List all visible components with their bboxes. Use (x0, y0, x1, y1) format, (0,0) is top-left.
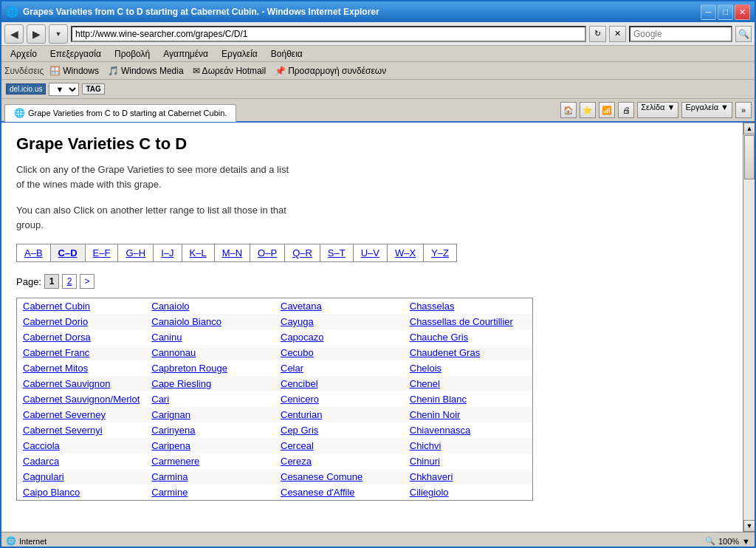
zoom-dropdown-icon[interactable]: ▼ (742, 537, 750, 546)
menu-edit[interactable]: Επεξεργασία (44, 47, 107, 61)
grape-link[interactable]: Ciliegiolo (410, 487, 449, 498)
tools-menu-button[interactable]: Εργαλεία ▼ (681, 102, 732, 118)
grape-link[interactable]: Carinyena (151, 425, 195, 436)
grape-link[interactable]: Cencibel (281, 378, 318, 389)
scroll-up-button[interactable]: ▲ (743, 123, 755, 134)
grape-link[interactable]: Cabernet Franc (23, 347, 89, 358)
grape-link[interactable]: Capbreton Rouge (151, 363, 227, 374)
grape-link[interactable]: Cerceal (281, 440, 314, 451)
grape-link[interactable]: Cep Gris (281, 425, 318, 436)
grape-link[interactable]: Cannonau (151, 347, 196, 358)
grape-link[interactable]: Cadarca (23, 456, 59, 467)
grape-link[interactable]: Chenin Blanc (410, 394, 467, 405)
print-button[interactable]: 🖨 (618, 102, 634, 118)
grape-link[interactable]: Caninu (151, 332, 182, 343)
grape-link[interactable]: Cabernet Dorsa (23, 332, 91, 343)
grape-link[interactable]: Celar (281, 363, 303, 374)
grape-link[interactable]: Cenicero (281, 394, 319, 405)
letter-qr[interactable]: Q–R (285, 244, 320, 261)
page-2-button[interactable]: 2 (62, 274, 77, 289)
tab-grapes[interactable]: 🌐 Grape Varieties from C to D starting a… (4, 104, 236, 122)
search-input[interactable] (629, 26, 732, 42)
menu-view[interactable]: Προβολή (109, 47, 156, 61)
grape-link[interactable]: Cabernet Sauvignon (23, 378, 111, 389)
grape-link[interactable]: Chichvi (410, 440, 441, 451)
grape-link[interactable]: Cabernet Mitos (23, 363, 88, 374)
minimize-button[interactable]: ─ (701, 4, 716, 20)
page-next-button[interactable]: > (80, 274, 94, 289)
letter-kl[interactable]: K–L (182, 244, 215, 261)
grape-link[interactable]: Carmine (151, 487, 188, 498)
grape-link[interactable]: Chenin Noir (410, 409, 461, 420)
address-bar[interactable] (71, 26, 586, 42)
menu-favorites[interactable]: Αγαπημένα (157, 47, 214, 61)
feeds-button[interactable]: 📶 (599, 102, 615, 118)
menu-help[interactable]: Βοήθεια (265, 47, 309, 61)
grape-link[interactable]: Cesanese Comune (281, 471, 362, 482)
grape-link[interactable]: Cabernet Severney (23, 409, 106, 420)
grape-link[interactable]: Cavetana (281, 301, 322, 312)
bookmark-customize[interactable]: 📌 Προσαρμογή συνδέσεων (272, 65, 389, 77)
forward-button[interactable]: ▶ (27, 24, 46, 44)
grape-link[interactable]: Cabernet Cubin (23, 301, 90, 312)
grape-link[interactable]: Cacciola (23, 440, 60, 451)
search-button[interactable]: 🔍 (735, 26, 752, 42)
bookmark-windows[interactable]: 🪟 Windows (47, 65, 102, 77)
scroll-track[interactable] (743, 134, 755, 520)
bookmark-hotmail[interactable]: ✉ Δωρεάν Hotmail (190, 65, 269, 77)
letter-cd[interactable]: C–D (51, 244, 86, 261)
grape-link[interactable]: Canaiolo Bianco (151, 316, 221, 327)
letter-wx[interactable]: W–X (388, 244, 424, 261)
letter-uv[interactable]: U–V (354, 244, 388, 261)
grape-link[interactable]: Cari (151, 394, 169, 405)
grape-link[interactable]: Cabernet Severnyi (23, 425, 103, 436)
scroll-down-button[interactable]: ▼ (743, 520, 755, 532)
grape-link[interactable]: Cereza (281, 456, 312, 467)
letter-mn[interactable]: M–N (215, 244, 250, 261)
grape-link[interactable]: Chiavennasca (410, 425, 470, 436)
tag-button[interactable]: TAG (82, 83, 104, 95)
grape-link[interactable]: Cabernet Dorio (23, 316, 88, 327)
refresh-button[interactable]: ↻ (589, 26, 606, 42)
letter-yz[interactable]: Y–Z (424, 244, 456, 261)
delicious-dropdown[interactable]: ▼ (49, 83, 79, 96)
menu-file[interactable]: Αρχείο (4, 47, 43, 61)
grape-link[interactable]: Chinuri (410, 456, 440, 467)
grape-link[interactable]: Carignan (151, 409, 190, 420)
grape-link[interactable]: Chasselas (410, 301, 455, 312)
grape-link[interactable]: Chelois (410, 363, 441, 374)
letter-op[interactable]: O–P (250, 244, 285, 261)
maximize-button[interactable]: □ (718, 4, 733, 20)
grape-link[interactable]: Carmenere (151, 456, 199, 467)
grape-link[interactable]: Chenel (410, 378, 440, 389)
grape-link[interactable]: Capocazo (281, 332, 324, 343)
grape-link[interactable]: Cecubo (281, 347, 314, 358)
letter-ef[interactable]: E–F (86, 244, 119, 261)
close-button[interactable]: ✕ (735, 4, 750, 20)
grape-link[interactable]: Cape Riesling (151, 378, 211, 389)
grape-link[interactable]: Chkhaveri (410, 471, 453, 482)
grape-link[interactable]: Chaudenet Gras (410, 347, 480, 358)
grape-link[interactable]: Cesanese d'Affile (281, 487, 355, 498)
letter-gh[interactable]: G–H (118, 244, 154, 261)
bookmark-windows-media[interactable]: 🎵 Windows Media (105, 65, 187, 77)
letter-ab[interactable]: A–B (17, 244, 51, 261)
grape-link[interactable]: Caripena (151, 440, 190, 451)
back-button[interactable]: ◀ (4, 24, 24, 44)
page-menu-button[interactable]: Σελίδα ▼ (637, 102, 678, 118)
favorites-button[interactable]: ⭐ (580, 102, 596, 118)
grape-link[interactable]: Chassellas de Courtillier (410, 316, 513, 327)
menu-tools[interactable]: Εργαλεία (216, 47, 264, 61)
grape-link[interactable]: Carmina (151, 471, 188, 482)
grape-link[interactable]: Chauche Gris (410, 332, 468, 343)
letter-ij[interactable]: I–J (154, 244, 182, 261)
grape-link[interactable]: Cayuga (281, 316, 314, 327)
grape-link[interactable]: Caipo Blanco (23, 487, 80, 498)
grape-link[interactable]: Cagnulari (23, 471, 64, 482)
grape-link[interactable]: Centurian (281, 409, 322, 420)
recent-pages-button[interactable]: ▼ (49, 24, 68, 44)
scroll-thumb[interactable] (744, 135, 755, 179)
letter-st[interactable]: S–T (320, 244, 354, 261)
grape-link[interactable]: Cabernet Sauvignon/Merlot (23, 394, 140, 405)
more-tools-button[interactable]: » (735, 102, 752, 118)
